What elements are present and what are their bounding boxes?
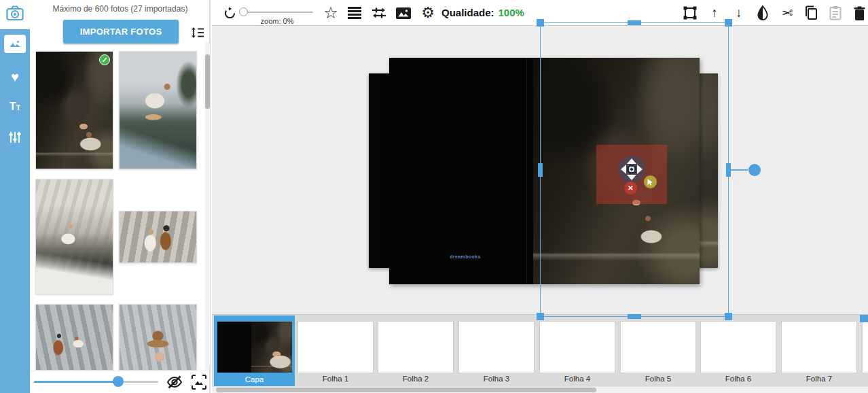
move-up-icon[interactable]: ↑: [707, 5, 722, 20]
sliders-icon: [8, 131, 22, 144]
rotate-handle[interactable]: [748, 164, 761, 176]
left-rail: ♥ TT: [0, 0, 30, 393]
layouts-icon[interactable]: [347, 5, 362, 20]
photo-thumb-two-on-rock[interactable]: [35, 304, 113, 371]
zoom-label: zoom: 0%: [241, 17, 313, 25]
capa-thumbnail: [217, 322, 292, 373]
sidebar-item-filters[interactable]: [0, 126, 30, 149]
photo-thumb-boat-hat[interactable]: [119, 51, 197, 169]
import-photos-button[interactable]: IMPORTAR FOTOS: [63, 20, 179, 44]
page-label: Folha 5: [621, 375, 695, 383]
page-label: Folha 4: [540, 375, 615, 383]
resize-handle-top[interactable]: [628, 20, 641, 25]
photo-panel-scrollbar[interactable]: [205, 54, 210, 109]
resize-handle-top-right[interactable]: [725, 19, 732, 27]
settings-icon[interactable]: ⚙: [420, 5, 435, 20]
star-icon[interactable]: ☆: [323, 5, 338, 20]
used-check-icon: ✓: [99, 54, 110, 65]
page-label: Folha 6: [701, 375, 776, 383]
brand-logo: dreambooks: [438, 254, 492, 259]
adjust-icon[interactable]: [372, 5, 386, 20]
photo-panel: Máximo de 600 fotos (27 importadas) IMPO…: [30, 0, 211, 393]
page-tile-partial[interactable]: [863, 322, 868, 373]
rotate-handle-line: [728, 169, 748, 171]
sidebar-item-photos[interactable]: [4, 35, 26, 53]
sidebar-item-favorites[interactable]: ♥: [0, 65, 30, 88]
resize-handle-top-left[interactable]: [537, 19, 544, 27]
resize-handle-bottom-right[interactable]: [725, 313, 732, 320]
contrast-icon[interactable]: [755, 5, 770, 20]
page-tile-folha-5[interactable]: [621, 322, 695, 373]
page-label: Folha 1: [298, 375, 373, 383]
text-icon: TT: [10, 101, 21, 113]
selection-box[interactable]: [540, 22, 729, 317]
rotate-icon[interactable]: [222, 5, 237, 20]
resize-handle-bottom[interactable]: [628, 314, 641, 319]
move-down-icon[interactable]: ↓: [731, 5, 746, 20]
canvas-area: dreambooks ✕: [212, 0, 868, 393]
camera-icon[interactable]: [5, 4, 24, 23]
quality-label: Qualidade:: [441, 7, 494, 18]
page-tile-folha-6[interactable]: [701, 322, 776, 373]
filmstrip-scrollbar[interactable]: [216, 388, 596, 392]
crop-icon[interactable]: [683, 5, 698, 20]
sort-icon[interactable]: [190, 25, 205, 40]
panel-bottom-bar: [30, 371, 209, 393]
photo-count-label: Máximo de 600 fotos (27 importadas): [30, 4, 211, 14]
thumb-size-slider-handle[interactable]: [113, 376, 124, 387]
filmstrip-corner-handle[interactable]: [860, 315, 868, 322]
resize-handle-bottom-left[interactable]: [537, 313, 544, 320]
delete-icon[interactable]: [852, 5, 867, 20]
quality-value: 100%: [499, 7, 524, 18]
page-tile-folha-1[interactable]: [298, 322, 373, 373]
zoom-slider-track[interactable]: [241, 12, 313, 13]
photobook-editor: ♥ TT Máximo de 600 fotos (27 importadas)…: [0, 0, 868, 393]
quality-label-group: Qualidade:100%: [441, 7, 524, 18]
page-label: Folha 2: [378, 375, 453, 383]
image-icon: [8, 39, 22, 50]
heart-icon: ♥: [11, 69, 19, 85]
page-tile-folha-7[interactable]: [782, 322, 856, 373]
paste-icon: [828, 5, 843, 20]
photo-thumb-boat-sitting[interactable]: [35, 179, 113, 294]
zoom-slider-handle[interactable]: [239, 7, 248, 16]
page-label: Folha 7: [782, 375, 856, 383]
fold-guide: [526, 58, 527, 284]
autofill-image-icon[interactable]: [190, 373, 208, 391]
page-tile-folha-3[interactable]: [459, 322, 534, 373]
cover-back-page[interactable]: dreambooks: [389, 58, 533, 284]
photo-thumb-hat-closeup[interactable]: [119, 304, 197, 371]
page-label: Folha 3: [459, 375, 534, 383]
page-tile-folha-4[interactable]: [540, 322, 615, 373]
thumb-size-slider-fill: [34, 381, 117, 383]
photo-thumb-couple-marble[interactable]: [119, 211, 197, 263]
resize-handle-left[interactable]: [538, 163, 543, 177]
background-image-icon[interactable]: [396, 5, 411, 20]
page-tile-folha-2[interactable]: [378, 322, 453, 373]
photo-thumb-rock-couple[interactable]: ✓: [35, 51, 113, 169]
eye-off-icon[interactable]: [166, 374, 183, 390]
cut-icon[interactable]: ✂: [780, 5, 795, 20]
copy-icon[interactable]: [803, 5, 818, 20]
sidebar-item-text[interactable]: TT: [0, 95, 30, 118]
page-label: Capa: [214, 375, 295, 383]
page-filmstrip: Capa Folha 1 Folha 2 Folha 3 Folha 4 Fol…: [212, 314, 868, 386]
page-tile-capa[interactable]: Capa: [214, 315, 295, 386]
